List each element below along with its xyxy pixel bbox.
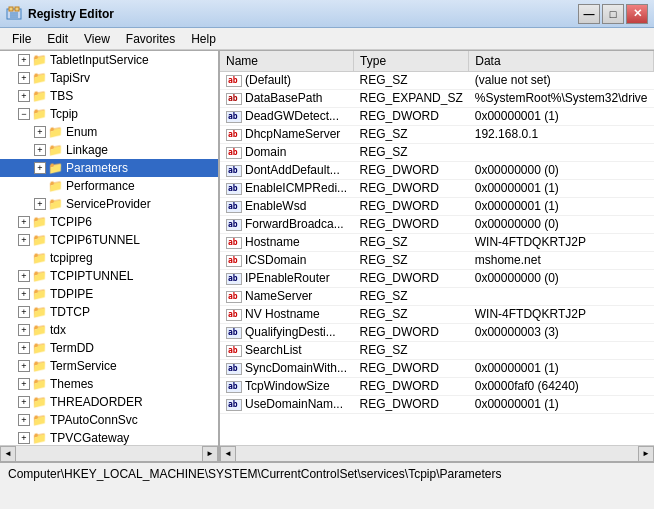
expand-icon-tapisrv[interactable]: + xyxy=(18,72,30,84)
expand-icon-enum[interactable]: + xyxy=(34,126,46,138)
table-row[interactable]: abICSDomain REG_SZ mshome.net xyxy=(220,251,654,269)
expand-icon-tcpip[interactable]: − xyxy=(18,108,30,120)
detail-hscroll-left[interactable]: ◄ xyxy=(220,446,236,462)
maximize-button[interactable]: □ xyxy=(602,4,624,24)
menu-favorites[interactable]: Favorites xyxy=(118,30,183,48)
tree-hscroll-track[interactable] xyxy=(16,446,202,461)
column-name[interactable]: Name xyxy=(220,51,354,71)
tree-item-enum[interactable]: +📁Enum xyxy=(0,123,218,141)
expand-icon-linkage[interactable]: + xyxy=(34,144,46,156)
tree-item-tabletinputservice[interactable]: +📁TabletInputService xyxy=(0,51,218,69)
tree-item-tcpip[interactable]: −📁Tcpip xyxy=(0,105,218,123)
tree-item-tpvcgateway[interactable]: +📁TPVCGateway xyxy=(0,429,218,445)
table-row[interactable]: abEnableWsd REG_DWORD 0x00000001 (1) xyxy=(220,197,654,215)
column-type[interactable]: Type xyxy=(354,51,469,71)
tree-item-tdx[interactable]: +📁tdx xyxy=(0,321,218,339)
expand-icon-tcpiptunnel[interactable]: + xyxy=(18,270,30,282)
cell-type: REG_DWORD xyxy=(354,377,469,395)
expand-icon-tpautoconnsvc[interactable]: + xyxy=(18,414,30,426)
reg-icon-sz: ab xyxy=(226,147,242,159)
menu-help[interactable]: Help xyxy=(183,30,224,48)
table-row[interactable]: abQualifyingDesti... REG_DWORD 0x0000000… xyxy=(220,323,654,341)
tree-item-tcpipreg[interactable]: 📁tcpipreg xyxy=(0,249,218,267)
table-row[interactable]: abDontAddDefault... REG_DWORD 0x00000000… xyxy=(220,161,654,179)
tree-label-tcpip6tunnel: TCPIP6TUNNEL xyxy=(50,233,140,247)
tree-item-themes[interactable]: +📁Themes xyxy=(0,375,218,393)
expand-icon-parameters[interactable]: + xyxy=(34,162,46,174)
expand-icon-tcpip6tunnel[interactable]: + xyxy=(18,234,30,246)
tree-item-termservice[interactable]: +📁TermService xyxy=(0,357,218,375)
table-row[interactable]: abEnableICMPRedi... REG_DWORD 0x00000001… xyxy=(220,179,654,197)
tree-item-serviceprovider[interactable]: +📁ServiceProvider xyxy=(0,195,218,213)
expand-icon-tabletinputservice[interactable]: + xyxy=(18,54,30,66)
tree-label-tpvcgateway: TPVCGateway xyxy=(50,431,129,445)
reg-icon-sz: ab xyxy=(226,129,242,141)
tree-item-linkage[interactable]: +📁Linkage xyxy=(0,141,218,159)
status-path: Computer\HKEY_LOCAL_MACHINE\SYSTEM\Curre… xyxy=(8,467,502,481)
expand-icon-tdx[interactable]: + xyxy=(18,324,30,336)
table-row[interactable]: abSyncDomainWith... REG_DWORD 0x00000001… xyxy=(220,359,654,377)
tree-item-tpautoconnsvc[interactable]: +📁TPAutoConnSvc xyxy=(0,411,218,429)
tree-item-tcpip6[interactable]: +📁TCPIP6 xyxy=(0,213,218,231)
table-row[interactable]: abDomain REG_SZ xyxy=(220,143,654,161)
expand-icon-tdtcp[interactable]: + xyxy=(18,306,30,318)
table-row[interactable]: abSearchList REG_SZ xyxy=(220,341,654,359)
table-row[interactable]: ab(Default) REG_SZ (value not set) xyxy=(220,71,654,89)
expand-icon-serviceprovider[interactable]: + xyxy=(34,198,46,210)
menu-edit[interactable]: Edit xyxy=(39,30,76,48)
folder-icon-tcpip6tunnel: 📁 xyxy=(32,233,47,247)
tree-label-tcpipreg: tcpipreg xyxy=(50,251,93,265)
tree-item-tcpip6tunnel[interactable]: +📁TCPIP6TUNNEL xyxy=(0,231,218,249)
tree-hscrollbar[interactable]: ◄ ► xyxy=(0,445,218,461)
cell-name: abUseDomainNam... xyxy=(220,395,354,413)
table-row[interactable]: abForwardBroadca... REG_DWORD 0x00000000… xyxy=(220,215,654,233)
folder-icon-termdd: 📁 xyxy=(32,341,47,355)
tree-item-performance[interactable]: 📁Performance xyxy=(0,177,218,195)
tree-hscroll-right[interactable]: ► xyxy=(202,446,218,462)
tree-item-tbs[interactable]: +📁TBS xyxy=(0,87,218,105)
table-row[interactable]: abNameServer REG_SZ xyxy=(220,287,654,305)
expand-icon-tcpip6[interactable]: + xyxy=(18,216,30,228)
column-data[interactable]: Data xyxy=(469,51,654,71)
cell-name: abForwardBroadca... xyxy=(220,215,354,233)
expand-icon-tbs[interactable]: + xyxy=(18,90,30,102)
table-row[interactable]: abDataBasePath REG_EXPAND_SZ %SystemRoot… xyxy=(220,89,654,107)
cell-type: REG_DWORD xyxy=(354,323,469,341)
minimize-button[interactable]: — xyxy=(578,4,600,24)
table-row[interactable]: abIPEnableRouter REG_DWORD 0x00000000 (0… xyxy=(220,269,654,287)
detail-hscroll-track[interactable] xyxy=(236,446,638,461)
tree-item-tapisrv[interactable]: +📁TapiSrv xyxy=(0,69,218,87)
expand-icon-tdpipe[interactable]: + xyxy=(18,288,30,300)
cell-name: abTcpWindowSize xyxy=(220,377,354,395)
close-button[interactable]: ✕ xyxy=(626,4,648,24)
cell-data xyxy=(469,287,654,305)
tree-item-tcpiptunnel[interactable]: +📁TCPIPTUNNEL xyxy=(0,267,218,285)
tree-item-termdd[interactable]: +📁TermDD xyxy=(0,339,218,357)
tree-item-threadorder[interactable]: +📁THREADORDER xyxy=(0,393,218,411)
folder-icon-tbs: 📁 xyxy=(32,89,47,103)
tree-scroll[interactable]: +📁TabletInputService+📁TapiSrv+📁TBS−📁Tcpi… xyxy=(0,51,218,445)
folder-icon-linkage: 📁 xyxy=(48,143,63,157)
menu-view[interactable]: View xyxy=(76,30,118,48)
expand-icon-termservice[interactable]: + xyxy=(18,360,30,372)
tree-label-tbs: TBS xyxy=(50,89,73,103)
table-row[interactable]: abDhcpNameServer REG_SZ 192.168.0.1 xyxy=(220,125,654,143)
table-row[interactable]: abTcpWindowSize REG_DWORD 0x0000faf0 (64… xyxy=(220,377,654,395)
table-row[interactable]: abDeadGWDetect... REG_DWORD 0x00000001 (… xyxy=(220,107,654,125)
menu-file[interactable]: File xyxy=(4,30,39,48)
detail-scroll[interactable]: Name Type Data ab(Default) REG_SZ (value… xyxy=(220,51,654,445)
table-row[interactable]: abUseDomainNam... REG_DWORD 0x00000001 (… xyxy=(220,395,654,413)
table-row[interactable]: abNV Hostname REG_SZ WIN-4FTDQKRTJ2P xyxy=(220,305,654,323)
tree-item-tdtcp[interactable]: +📁TDTCP xyxy=(0,303,218,321)
detail-hscrollbar[interactable]: ◄ ► xyxy=(220,445,654,461)
tree-item-tdpipe[interactable]: +📁TDPIPE xyxy=(0,285,218,303)
cell-type: REG_DWORD xyxy=(354,269,469,287)
expand-icon-themes[interactable]: + xyxy=(18,378,30,390)
detail-hscroll-right[interactable]: ► xyxy=(638,446,654,462)
expand-icon-threadorder[interactable]: + xyxy=(18,396,30,408)
expand-icon-tpvcgateway[interactable]: + xyxy=(18,432,30,444)
expand-icon-termdd[interactable]: + xyxy=(18,342,30,354)
tree-hscroll-left[interactable]: ◄ xyxy=(0,446,16,462)
table-row[interactable]: abHostname REG_SZ WIN-4FTDQKRTJ2P xyxy=(220,233,654,251)
tree-item-parameters[interactable]: +📁Parameters xyxy=(0,159,218,177)
